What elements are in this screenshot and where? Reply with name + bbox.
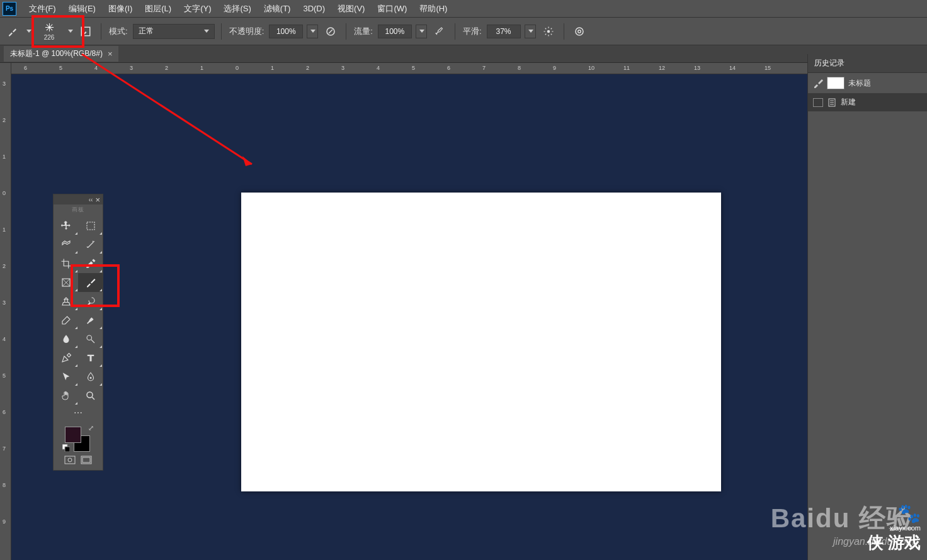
magic-wand-tool[interactable]	[78, 235, 103, 254]
ruler-tick: 0	[236, 65, 239, 71]
ruler-tick: 1	[200, 65, 203, 71]
chevron-down-icon	[204, 30, 209, 33]
swap-colors-icon[interactable]: ⤢	[88, 424, 94, 432]
menu-file[interactable]: 文件(F)	[23, 0, 62, 18]
ruler-horizontal[interactable]: 6543210123456789101112131415	[11, 63, 807, 74]
pen-tool[interactable]	[54, 349, 78, 367]
frame-tool[interactable]	[54, 273, 78, 292]
svg-point-8	[87, 335, 92, 340]
svg-rect-13	[65, 456, 75, 464]
close-icon[interactable]: ×	[95, 195, 100, 204]
hand-tool[interactable]	[54, 386, 78, 405]
menu-layer[interactable]: 图层(L)	[139, 0, 178, 18]
clone-stamp-tool[interactable]	[54, 292, 78, 311]
close-tab-icon[interactable]: ×	[108, 49, 113, 59]
menu-help[interactable]: 帮助(H)	[413, 0, 453, 18]
history-row-label: 未标题	[848, 78, 871, 89]
history-snapshot-row[interactable]: 未标题	[808, 73, 927, 93]
square-icon	[813, 98, 823, 107]
ruler-tick: 8	[3, 482, 6, 488]
eyedropper-tool[interactable]	[78, 254, 103, 273]
eraser-tool[interactable]	[54, 311, 78, 330]
menu-view[interactable]: 视图(V)	[331, 0, 371, 18]
brush-preset-picker[interactable]: ✳ 226	[35, 21, 63, 42]
tool-preset-picker[interactable]	[4, 23, 21, 40]
document-tabs: 未标题-1 @ 100%(RGB/8#) ×	[0, 45, 927, 63]
color-swatches[interactable]: ⤢	[62, 424, 94, 452]
ruler-tick: 6	[24, 65, 27, 71]
collapse-icon[interactable]: ‹‹	[89, 196, 93, 203]
paw-icon: 🐾	[867, 502, 921, 524]
corner-url: xiayx.com	[867, 524, 921, 532]
document-tab[interactable]: 未标题-1 @ 100%(RGB/8#) ×	[4, 46, 118, 62]
svg-point-14	[68, 458, 72, 462]
ruler-tick: 4	[3, 336, 6, 342]
screen-mode-toggle[interactable]	[81, 456, 92, 466]
pressure-opacity-toggle[interactable]	[322, 23, 339, 40]
path-selection-tool[interactable]	[54, 367, 78, 386]
smoothing-input[interactable]: 37%	[487, 25, 521, 38]
svg-point-4	[577, 30, 581, 33]
zoom-tool[interactable]	[78, 386, 103, 405]
menu-window[interactable]: 窗口(W)	[371, 0, 413, 18]
menu-filter[interactable]: 滤镜(T)	[258, 0, 297, 18]
svg-point-3	[576, 28, 583, 35]
marquee-tool[interactable]	[78, 216, 103, 235]
svg-point-2	[547, 30, 550, 33]
opacity-dropdown[interactable]	[307, 25, 318, 38]
blend-mode-dropdown[interactable]: 正常	[133, 24, 215, 39]
lasso-tool[interactable]	[54, 235, 78, 254]
menu-select[interactable]: 选择(S)	[217, 0, 257, 18]
edit-toolbar[interactable]: ⋯	[54, 405, 103, 420]
flow-dropdown[interactable]	[416, 25, 427, 38]
svg-rect-12	[65, 447, 70, 452]
ruler-tick: 14	[729, 65, 736, 71]
canvas[interactable]	[241, 193, 721, 491]
flow-input[interactable]: 100%	[378, 25, 412, 38]
menu-image[interactable]: 图像(I)	[102, 0, 139, 18]
svg-point-10	[87, 392, 93, 398]
workspace: 3210123456789 65432101234567891011121314…	[0, 63, 807, 560]
history-brush-tool[interactable]	[78, 292, 103, 311]
move-tool[interactable]	[54, 216, 78, 235]
shape-tool[interactable]	[78, 367, 103, 386]
chevron-down-icon[interactable]	[68, 30, 73, 33]
brush-panel-toggle[interactable]	[77, 23, 94, 40]
ruler-vertical[interactable]: 3210123456789	[0, 63, 11, 560]
ruler-tick: 9	[553, 65, 556, 71]
ruler-tick: 5	[3, 372, 6, 379]
ruler-tick: 1	[271, 65, 274, 71]
airbrush-toggle[interactable]	[431, 23, 448, 40]
history-panel-tab[interactable]: 历史记录	[808, 54, 927, 73]
dodge-tool[interactable]	[78, 330, 103, 349]
ruler-tick: 7	[482, 65, 486, 71]
crop-tool[interactable]	[54, 254, 78, 273]
ruler-tick: 15	[765, 65, 771, 71]
chevron-down-icon[interactable]	[26, 30, 31, 33]
foreground-color[interactable]	[65, 427, 81, 443]
options-bar: ✳ 226 模式: 正常 不透明度: 100% 流量: 100% 平滑: 37%	[0, 18, 927, 45]
ruler-tick: 1	[3, 227, 6, 233]
gradient-tool[interactable]	[78, 311, 103, 330]
smoothing-dropdown[interactable]	[525, 25, 536, 38]
ruler-tick: 9	[3, 518, 6, 525]
ruler-tick: 1	[3, 154, 6, 160]
tools-panel-header[interactable]: ‹‹ ×	[54, 194, 103, 204]
blur-tool[interactable]	[54, 330, 78, 349]
quick-mask-toggle[interactable]	[64, 456, 76, 466]
tools-panel-title: 画板	[54, 204, 103, 216]
opacity-input[interactable]: 100%	[269, 25, 303, 38]
ruler-tick: 3	[3, 81, 6, 87]
type-tool[interactable]	[78, 349, 103, 367]
menu-type[interactable]: 文字(Y)	[178, 0, 217, 18]
app-logo[interactable]: Ps	[3, 2, 16, 16]
history-state-row[interactable]: 新建	[808, 93, 927, 111]
menu-edit[interactable]: 编辑(E)	[62, 0, 102, 18]
default-colors-icon[interactable]	[62, 444, 70, 452]
ruler-tick: 12	[659, 65, 665, 71]
symmetry-options[interactable]	[571, 23, 588, 40]
smoothing-options[interactable]	[540, 23, 557, 40]
ruler-tick: 6	[447, 65, 450, 71]
menu-3d[interactable]: 3D(D)	[297, 0, 331, 18]
brush-tool[interactable]	[78, 273, 103, 292]
